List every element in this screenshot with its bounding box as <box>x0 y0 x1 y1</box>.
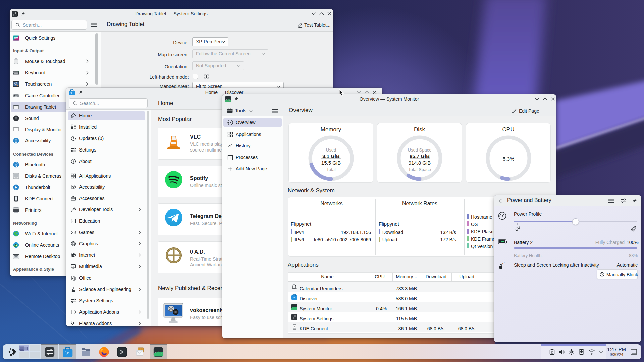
svg-text:z: z <box>504 261 505 263</box>
